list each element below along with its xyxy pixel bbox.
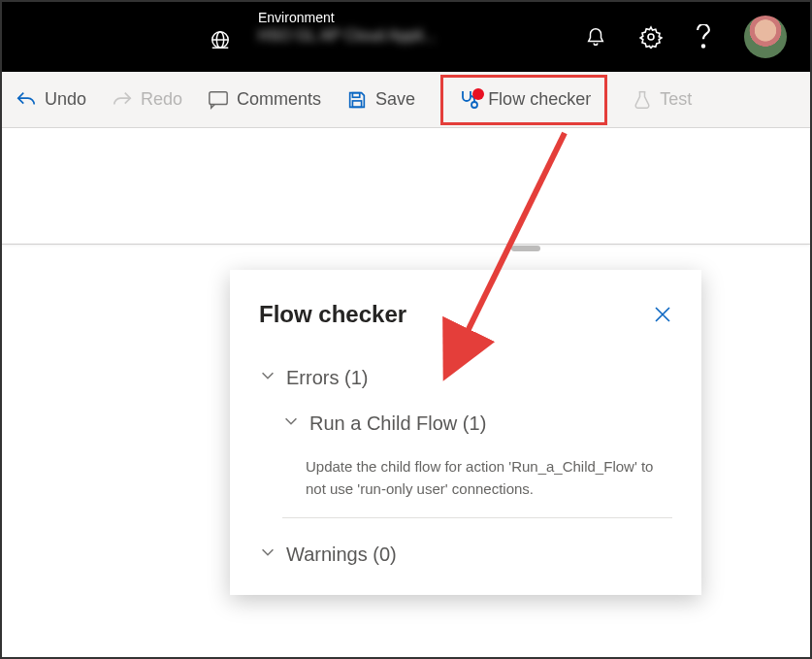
test-button[interactable]: Test	[633, 89, 692, 111]
undo-label: Undo	[45, 89, 86, 110]
chevron-down-icon	[282, 412, 300, 435]
help-icon[interactable]	[696, 24, 711, 49]
environment-display[interactable]: Environment HSO GL AP Cloud Appli...	[258, 10, 452, 52]
editor-toolbar: Undo Redo Comments Save Flow checker Tes…	[2, 72, 810, 128]
svg-point-3	[702, 45, 704, 47]
svg-rect-5	[353, 92, 360, 97]
comments-button[interactable]: Comments	[208, 89, 321, 111]
warnings-label: Warnings (0)	[286, 544, 397, 566]
environment-picker-icon[interactable]	[210, 29, 231, 54]
flow-checker-panel: Flow checker Errors (1) Run a Child Flow…	[230, 270, 701, 595]
svg-point-7	[471, 102, 477, 108]
save-button[interactable]: Save	[346, 89, 415, 111]
app-topbar: Environment HSO GL AP Cloud Appli...	[2, 2, 810, 72]
close-icon[interactable]	[653, 305, 672, 324]
error-message: Update the child flow for action 'Run_a_…	[282, 450, 672, 518]
notifications-icon[interactable]	[585, 25, 606, 49]
user-avatar[interactable]	[744, 16, 787, 58]
errors-label: Errors (1)	[286, 367, 368, 389]
panel-drag-handle[interactable]	[511, 246, 540, 251]
redo-button[interactable]: Redo	[112, 89, 182, 111]
flow-checker-button[interactable]: Flow checker	[440, 75, 607, 125]
comments-label: Comments	[237, 89, 321, 110]
svg-rect-6	[353, 100, 362, 106]
warnings-section-toggle[interactable]: Warnings (0)	[259, 536, 672, 570]
error-item-label: Run a Child Flow (1)	[309, 412, 486, 435]
chevron-down-icon	[259, 544, 276, 566]
svg-rect-4	[210, 91, 227, 104]
chevron-down-icon	[259, 367, 276, 389]
settings-gear-icon[interactable]	[639, 25, 663, 49]
errors-section-toggle[interactable]: Errors (1)	[259, 359, 672, 405]
svg-point-2	[648, 34, 654, 40]
environment-name: HSO GL AP Cloud Appli...	[258, 27, 452, 52]
flow-checker-title: Flow checker	[259, 301, 406, 328]
flow-checker-alert-dot	[472, 88, 484, 100]
environment-label: Environment	[258, 10, 452, 25]
redo-label: Redo	[141, 89, 182, 110]
test-label: Test	[660, 89, 692, 110]
flow-checker-label: Flow checker	[488, 89, 591, 110]
flow-canvas[interactable]	[2, 128, 810, 245]
save-label: Save	[375, 89, 415, 110]
error-item-toggle[interactable]: Run a Child Flow (1)	[282, 405, 672, 450]
undo-button[interactable]: Undo	[16, 89, 86, 111]
